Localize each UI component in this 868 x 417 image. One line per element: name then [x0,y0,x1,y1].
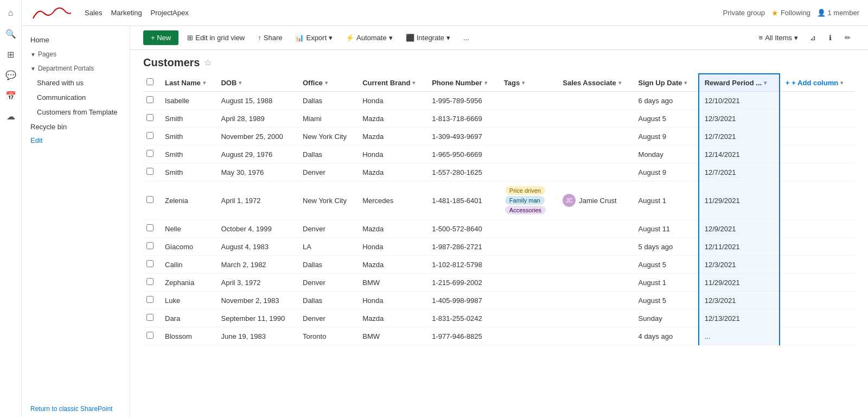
following-label: Following [781,9,810,17]
nav-dept-section[interactable]: ▼ Department Portals [22,61,130,75]
col-phone[interactable]: Phone Number ▾ [426,74,499,92]
cell-sales-assoc [557,256,633,274]
nav-tab-marketing[interactable]: Marketing [111,7,142,19]
row-checkbox[interactable] [146,168,154,175]
nav-shared[interactable]: Shared with us [22,75,130,90]
row-checkbox-cell [143,327,159,345]
share-button[interactable]: ↑ Share [253,31,286,45]
cell-dob: August 29, 1976 [215,146,297,163]
favorite-star[interactable]: ☆ [204,58,212,68]
cell-last_name: Giacomo [159,238,215,256]
cell-add-col [780,327,855,345]
apps-icon[interactable]: ⊞ [2,46,20,63]
col-add[interactable]: + + Add column ▾ [780,74,855,92]
row-checkbox[interactable] [146,260,154,267]
toolbar: + New ⊞ Edit in grid view ↑ Share 📊 Expo… [130,26,868,50]
cell-phone: 1-995-789-5956 [426,92,499,110]
col-signup[interactable]: Sign Up Date ▾ [633,74,699,92]
row-checkbox[interactable] [146,314,154,321]
edit-button[interactable]: ✏ [840,31,855,45]
page-title-area: Customers ☆ [130,50,868,73]
row-checkbox[interactable] [146,150,154,157]
share-icon: ↑ [258,34,261,42]
cell-add-col [780,256,855,274]
edit-grid-button[interactable]: ⊞ Edit in grid view [183,31,249,45]
col-dob[interactable]: DOB ▾ [215,74,297,92]
row-checkbox[interactable] [146,242,154,249]
cell-phone: 1-481-185-6401 [426,181,499,220]
cell-signup: August 5 [633,256,699,274]
row-checkbox[interactable] [146,332,154,339]
cell-add-col [780,309,855,327]
add-column-button[interactable]: + + Add column ▾ [786,79,850,87]
cell-tags [499,256,557,274]
col-office[interactable]: Office ▾ [297,74,357,92]
cell-tags [499,220,557,238]
return-classic-link[interactable]: Return to classic SharePoint [22,401,130,417]
col-brand[interactable]: Current Brand ▾ [357,74,426,92]
sort-icon-dob: ▾ [239,80,241,86]
cell-reward: 12/14/2021 [699,146,780,163]
row-checkbox[interactable] [146,278,154,285]
row-checkbox[interactable] [146,132,154,139]
all-items-button[interactable]: ≡ All Items ▾ [756,31,801,44]
new-button[interactable]: + New [143,30,178,45]
cell-tags [499,327,557,345]
cell-brand: Mercedes [357,181,426,220]
row-checkbox-cell [143,256,159,274]
nav-tab-sales[interactable]: Sales [85,7,103,19]
calendar-icon[interactable]: 📅 [2,87,20,104]
cell-brand: Honda [357,292,426,309]
search-icon[interactable]: 🔍 [2,25,20,42]
cell-tags [499,128,557,146]
cell-dob: May 30, 1976 [215,163,297,181]
cell-sales-assoc [557,163,633,181]
tag-badge: Family man [505,196,545,205]
cell-add-col [780,220,855,238]
filter-button[interactable]: ⊿ [806,31,820,45]
row-checkbox[interactable] [146,114,154,121]
row-checkbox[interactable] [146,296,154,303]
col-reward[interactable]: Reward Period ... ▾ [699,74,780,92]
col-sales-assoc[interactable]: Sales Associate ▾ [557,74,633,92]
cell-phone: 1-813-718-6669 [426,110,499,128]
automate-button[interactable]: ⚡ Automate ▾ [341,31,397,45]
more-button[interactable]: ... [459,31,474,45]
cell-phone: 1-500-572-8640 [426,220,499,238]
table-row: CailinMarch 2, 1982DallasMazda1-102-812-… [143,256,855,274]
pencil-icon: ✏ [845,34,851,42]
top-bar-right: Private group ★ Following 👤 1 member [723,9,859,17]
cell-add-col [780,181,855,220]
nav-tab-projectapex[interactable]: ProjectApex [151,7,189,19]
nav-edit-link[interactable]: Edit [22,134,130,147]
col-checkbox[interactable] [143,74,159,92]
nav-customers-template[interactable]: Customers from Template [22,105,130,119]
automate-chevron: ▾ [389,34,393,42]
info-button[interactable]: ℹ [825,31,836,45]
cell-brand: BMW [357,274,426,292]
cell-dob: November 2, 1983 [215,292,297,309]
export-button[interactable]: 📊 Export ▾ [291,31,337,45]
col-last-name[interactable]: Last Name ▾ [159,74,215,92]
select-all-checkbox[interactable] [146,78,154,85]
nav-communication[interactable]: Communication [22,90,130,105]
cell-dob: September 11, 1990 [215,309,297,327]
row-checkbox[interactable] [146,224,154,231]
cell-reward: 11/29/2021 [699,181,780,220]
following-button[interactable]: ★ Following [771,9,810,17]
cell-dob: June 19, 1983 [215,327,297,345]
integrate-button[interactable]: ⬛ Integrate ▾ [401,31,455,45]
chat-icon[interactable]: 💬 [2,66,20,84]
nav-recycle-bin[interactable]: Recycle bin [22,119,130,134]
row-checkbox[interactable] [146,196,154,203]
onedrive-icon[interactable]: ☁ [2,108,20,125]
nav-pages-section[interactable]: ▼ Pages [22,47,130,61]
cell-brand: Mazda [357,220,426,238]
col-tags[interactable]: Tags ▾ [499,74,557,92]
nav-home[interactable]: Home [22,33,130,47]
cell-sales-assoc [557,309,633,327]
home-icon[interactable]: ⌂ [2,4,20,22]
row-checkbox[interactable] [146,96,154,103]
row-checkbox-cell [143,110,159,128]
row-checkbox-cell [143,238,159,256]
